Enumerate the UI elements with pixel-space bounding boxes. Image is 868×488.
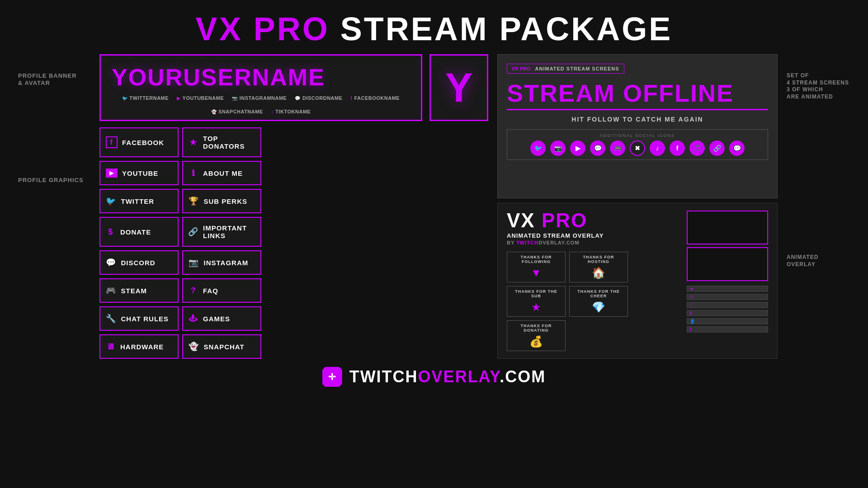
right-labels: SET OF4 STREAM SCREENS3 OF WHICHARE ANIM… — [787, 54, 850, 359]
banner-card: YOURUSERNAME 🐦TWITTERNAME ▶YOUTUBENAME 📷… — [99, 54, 422, 121]
profile-graphics-label: PROFILE GRAPHICS — [18, 177, 90, 184]
games-icon: 🕹 — [189, 314, 198, 324]
cam-box-1 — [687, 211, 768, 244]
overlay-section: VX PRO ANIMATED STREAM OVERLAY BY TWITCH… — [497, 203, 778, 359]
panel-sub-perks[interactable]: 🏆 SUB PERKS — [182, 189, 261, 213]
footer: ✛ TWITCHOVERLAY.COM — [0, 359, 868, 387]
alert-sub-label: THANKS FOR THE SUB — [512, 289, 561, 298]
star-icon: ★ — [189, 137, 198, 147]
animated-label: ANIMATED STREAM SCREENS — [535, 66, 619, 71]
alert-following: THANKS FOR FOLLOWING ▼ — [507, 252, 566, 282]
set-of-label: SET OF4 STREAM SCREENS3 OF WHICHARE ANIM… — [787, 72, 850, 100]
alert-hosting: THANKS FOR HOSTING 🏠 — [569, 252, 628, 282]
soc-link: 🔗 — [709, 141, 725, 156]
alert-sub-icon: ★ — [512, 301, 561, 314]
social-instagram: 📷INSTAGRAMNAME — [232, 95, 287, 101]
social-tiktok: ♪TIKTOKNAME — [271, 109, 311, 114]
soc-facebook: f — [670, 141, 685, 156]
panel-important-links[interactable]: 🔗 IMPORTANT LINKS — [182, 217, 261, 247]
stat-icon-5: 👤 — [690, 319, 695, 324]
overlay-stats: ★ ⊙ ♡ $ 👤 ℹ — [687, 286, 768, 333]
trophy-icon: 🏆 — [189, 196, 199, 206]
overlay-twitch-span: TWITCH — [516, 240, 538, 245]
info-icon: ℹ — [189, 168, 198, 178]
footer-twitch: TWITCH — [349, 367, 418, 386]
panel-chat-rules-label: CHAT RULES — [121, 315, 169, 323]
soc-instagram: 📷 — [550, 141, 566, 156]
soc-chat: 💬 — [729, 141, 745, 156]
panel-about-me[interactable]: ℹ ABOUT ME — [182, 161, 261, 185]
panel-steam[interactable]: 🎮 STEAM — [99, 278, 179, 303]
panel-facebook-label: FACEBOOK — [122, 139, 164, 146]
stat-icon-6: ℹ — [690, 327, 691, 332]
left-labels: PROFILE BANNER& AVATAR PROFILE GRAPHICS — [18, 54, 90, 359]
link-icon: 🔗 — [189, 227, 198, 237]
panel-hardware-label: HARDWARE — [120, 343, 164, 351]
panel-steam-label: STEAM — [121, 287, 147, 295]
overlay-left: VX PRO ANIMATED STREAM OVERLAY BY TWITCH… — [507, 211, 679, 351]
alert-donating-label: THANKS FOR DONATING — [512, 324, 561, 333]
panel-donate[interactable]: $ DONATE — [99, 217, 179, 247]
soc-youtube: ▶ — [570, 141, 585, 156]
soc-x: ✖ — [630, 141, 645, 156]
footer-logo-symbol: ✛ — [328, 371, 336, 382]
footer-overlay: OVERLAY — [418, 367, 500, 386]
social-icons-label: ADDITIONAL SOCIAL ICONS — [513, 133, 762, 138]
stream-offline-title: STREAM OFFLINE — [507, 81, 768, 105]
stream-package-title: STREAM PACKAGE — [330, 11, 673, 47]
panel-instagram-label: INSTAGRAM — [204, 259, 249, 267]
animated-overlay-label: ANIMATEDOVERLAY — [787, 254, 850, 268]
youtube-icon: ▶ — [106, 169, 118, 178]
panel-sub-perks-label: SUB PERKS — [204, 197, 248, 205]
panel-top-donators-label: TOP DONATORS — [203, 135, 255, 150]
profile-banner-label: PROFILE BANNER& AVATAR — [18, 72, 90, 86]
alert-cheer: THANKS FOR THE CHEER 💎 — [569, 286, 628, 317]
footer-domain: .COM — [500, 367, 546, 386]
stat-bar-3: ♡ — [687, 302, 768, 308]
panel-games-label: GAMES — [203, 315, 230, 323]
steam-icon: 🎮 — [106, 286, 117, 296]
panel-discord[interactable]: 💬 DISCORD — [99, 250, 179, 275]
stat-bar-5: 👤 — [687, 318, 768, 324]
right-section: VX PRO ANIMATED STREAM SCREENS STREAM OF… — [497, 54, 778, 359]
alert-following-icon: ▼ — [512, 267, 561, 279]
social-icons-row: ADDITIONAL SOCIAL ICONS 🐦 📷 ▶ 💬 🎮 ✖ ♪ f … — [507, 129, 768, 160]
panel-snapchat[interactable]: 👻 SNAPCHAT — [182, 334, 261, 359]
monitor-icon: 🖥 — [106, 342, 116, 352]
stat-bar-6: ℹ — [687, 326, 768, 333]
panel-hardware[interactable]: 🖥 HARDWARE — [99, 334, 179, 359]
panel-top-donators[interactable]: ★ TOP DONATORS — [182, 127, 261, 157]
panel-youtube[interactable]: ▶ YOUTUBE — [99, 161, 179, 185]
alert-cheer-label: THANKS FOR THE CHEER — [574, 289, 623, 298]
panel-instagram[interactable]: 📷 INSTAGRAM — [182, 250, 261, 275]
instagram-icon: 📷 — [189, 258, 199, 267]
soc-discord: 💬 — [590, 141, 605, 156]
panel-facebook[interactable]: f FACEBOOK — [99, 127, 179, 157]
panel-faq[interactable]: ? FAQ — [182, 278, 261, 303]
social-twitter: 🐦TWITTERNAME — [122, 95, 169, 101]
alert-donating-icon: 💰 — [512, 335, 561, 348]
main-content: PROFILE BANNER& AVATAR PROFILE GRAPHICS … — [0, 54, 868, 359]
stat-bar-2: ⊙ — [687, 294, 768, 300]
footer-text: TWITCHOVERLAY.COM — [349, 367, 546, 386]
page-title: VX PRO STREAM PACKAGE — [0, 13, 868, 45]
panel-games[interactable]: 🕹 GAMES — [182, 306, 261, 331]
footer-logo: ✛ — [322, 367, 342, 387]
center-content: YOURUSERNAME 🐦TWITTERNAME ▶YOUTUBENAME 📷… — [99, 54, 488, 359]
panel-about-me-label: ABOUT ME — [203, 169, 243, 177]
alert-following-label: THANKS FOR FOLLOWING — [512, 255, 561, 264]
alert-cheer-icon: 💎 — [574, 301, 623, 314]
stat-icon-1: ★ — [690, 286, 693, 291]
stat-bar-1: ★ — [687, 286, 768, 292]
discord-icon: 💬 — [106, 258, 117, 267]
stream-offline-divider — [507, 109, 768, 110]
panel-chat-rules[interactable]: 🔧 CHAT RULES — [99, 306, 179, 331]
panel-twitter[interactable]: 🐦 TWITTER — [99, 189, 179, 213]
stat-icon-4: $ — [690, 311, 692, 315]
facebook-icon: f — [106, 136, 118, 148]
overlay-by: BY TWITCHOVERLAY.COM — [507, 240, 679, 245]
panel-discord-label: DISCORD — [121, 259, 156, 267]
alert-sub: THANKS FOR THE SUB ★ — [507, 286, 566, 317]
overlay-alerts: THANKS FOR FOLLOWING ▼ THANKS FOR HOSTIN… — [507, 252, 679, 351]
alert-hosting-icon: 🏠 — [574, 267, 623, 279]
